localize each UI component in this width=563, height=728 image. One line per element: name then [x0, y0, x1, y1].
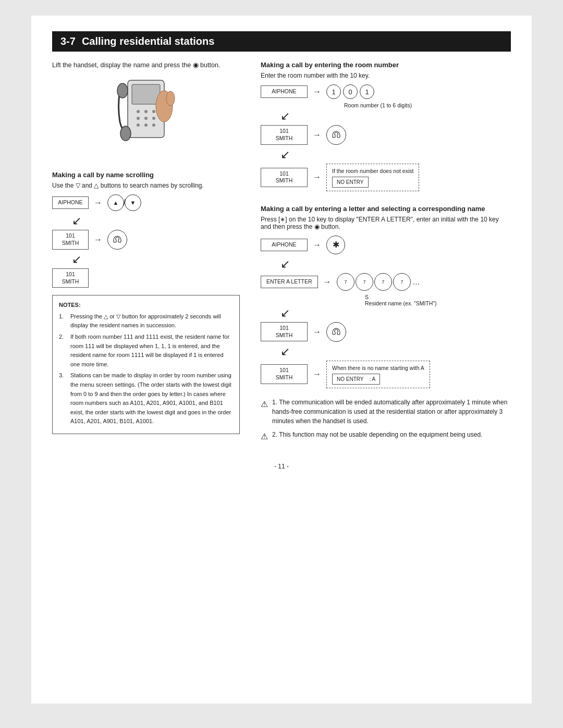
- right-diag-arrow-s3: ↙: [280, 345, 290, 359]
- call-icon-right-2: [331, 326, 342, 338]
- svg-point-4: [152, 110, 155, 113]
- right-arrow-3: →: [313, 172, 321, 182]
- room-101-1: 101: [58, 232, 83, 240]
- right-arrow-s1: →: [313, 240, 321, 250]
- phone-illustration: [52, 75, 240, 163]
- no-entry-dashed-1: If the room number does not exist NO ENT…: [326, 164, 419, 191]
- right-column: Making a call by entering the room numbe…: [255, 61, 511, 447]
- ellipsis: …: [413, 278, 420, 286]
- display-101-smith-right-2: 101 SMITH: [261, 168, 308, 187]
- display-101-smith-right-3: 101 SMITH: [261, 322, 308, 341]
- svg-point-12: [166, 91, 175, 106]
- seven-btn-1[interactable]: 7: [337, 273, 354, 291]
- warning-icon-2: ⚠: [261, 430, 268, 443]
- svg-point-13: [117, 83, 128, 98]
- arrow-2: →: [94, 235, 102, 244]
- room-101-r3: 101: [266, 325, 302, 332]
- right-arrow-s3: →: [313, 327, 321, 337]
- seven-btn-3[interactable]: 7: [374, 273, 392, 291]
- svg-point-7: [152, 117, 155, 120]
- arrow-1: →: [94, 198, 102, 207]
- display-101-smith-1: 101 SMITH: [52, 230, 89, 249]
- warning-2: ⚠ 2. This function may not be usable dep…: [261, 430, 511, 443]
- right-flow-s2: ENTER A LETTER → 7 7 7 7 …: [261, 273, 511, 291]
- room-101-2: 101: [58, 271, 83, 278]
- warning-1: ⚠ 1. The communication will be ended aut…: [261, 398, 511, 426]
- seven-btn-4[interactable]: 7: [393, 273, 411, 291]
- updown-button[interactable]: ▲ / ▼: [107, 194, 141, 211]
- down-btn[interactable]: ▼: [125, 194, 141, 211]
- name-smith-r4: SMITH: [266, 374, 302, 381]
- spacer-1: [261, 196, 511, 205]
- no-entry-box-1: NO ENTRY: [332, 177, 369, 188]
- svg-point-14: [120, 126, 131, 141]
- up-btn[interactable]: ▲: [107, 194, 124, 211]
- num-101-display: 1 0 1: [326, 84, 374, 99]
- right-diag-s3: ↙: [280, 345, 511, 359]
- section-number: 3-7: [60, 35, 76, 47]
- warning-text-1: 1. The communication will be ended autom…: [272, 398, 511, 426]
- diag-arrow-row-2: ↙: [72, 253, 240, 266]
- right-flow-s1: AIPHONE → ✱: [261, 236, 511, 254]
- four-sevens: 7 7 7 7 …: [337, 273, 420, 291]
- right-diag-1: ↙: [280, 109, 511, 123]
- diagonal-arrow-1: ↙: [72, 214, 81, 228]
- call-button-right-1[interactable]: [326, 125, 346, 145]
- right-flow-3: 101 SMITH → If the room number does not …: [261, 164, 511, 191]
- no-entry-dashed-2: When there is no name starting with A NO…: [326, 361, 430, 388]
- call-button-right-2[interactable]: [326, 322, 346, 342]
- num-1-b: 1: [360, 84, 374, 99]
- call-icon-1: [112, 234, 123, 245]
- star-button[interactable]: ✱: [326, 236, 345, 254]
- svg-point-2: [137, 110, 140, 113]
- warning-icon-1: ⚠: [261, 398, 268, 411]
- name-smith-2: SMITH: [58, 278, 83, 286]
- note-item-2: 2. If both room number 111 and 1111 exis…: [59, 332, 233, 369]
- notes-title: NOTES:: [59, 301, 233, 310]
- notes-box: NOTES: 1. Pressing the △ or ▽ button for…: [52, 295, 240, 434]
- display-aiphone-right-2: AIPHONE: [261, 239, 308, 251]
- page: 3-7 Calling residential stations Lift th…: [31, 16, 532, 704]
- section-header: 3-7 Calling residential stations: [52, 31, 511, 52]
- resident-label: Resident name (ex. "SMITH"): [365, 300, 511, 306]
- display-101-smith-2: 101 SMITH: [52, 268, 89, 288]
- room-101-r2: 101: [266, 170, 302, 178]
- room-101-r1: 101: [266, 128, 302, 135]
- warning-text-2: 2. This function may not be usable depen…: [272, 430, 482, 439]
- page-number: - 11 -: [52, 463, 511, 470]
- section-title: Calling residential stations: [82, 35, 215, 47]
- svg-point-3: [144, 110, 148, 113]
- svg-point-9: [144, 124, 148, 127]
- s-label-row: S Resident name (ex. "SMITH"): [365, 294, 511, 306]
- name-smith-r3: SMITH: [266, 332, 302, 339]
- call-button-1[interactable]: [107, 230, 127, 250]
- phone-svg: [112, 75, 180, 161]
- num-0: 0: [343, 84, 358, 99]
- left-sub-desc: Use the ▽ and △ buttons to search names …: [52, 182, 240, 189]
- room-101-r4: 101: [266, 367, 302, 374]
- right-section-2: Making a call by entering a letter and s…: [261, 205, 511, 388]
- right-diag-arrow-s1: ↙: [280, 257, 290, 271]
- num-1-a: 1: [326, 84, 341, 99]
- right-section-1: Making a call by entering the room numbe…: [261, 61, 511, 191]
- flow-row-1: AIPHONE → ▲ / ▼: [52, 194, 240, 211]
- right-section2-title: Making a call by entering a letter and s…: [261, 205, 511, 213]
- display-enter-letter: ENTER A LETTER: [261, 276, 318, 288]
- flow-row-2: 101 SMITH →: [52, 230, 240, 250]
- svg-point-5: [137, 117, 140, 120]
- right-col-inner: Making a call by entering the room numbe…: [255, 61, 511, 443]
- right-arrow-s4: →: [313, 369, 321, 379]
- warnings-section: ⚠ 1. The communication will be ended aut…: [261, 398, 511, 443]
- seven-btn-2[interactable]: 7: [356, 273, 373, 291]
- name-smith-1: SMITH: [58, 240, 83, 247]
- diag-arrow-row-1: ↙: [72, 214, 240, 228]
- right-section2-desc: Press [∗] on the 10 key to display "ENTE…: [261, 216, 511, 230]
- right-flow-s3: 101 SMITH →: [261, 322, 511, 342]
- right-diag-2: ↙: [280, 148, 511, 162]
- call-icon-right-1: [331, 129, 342, 141]
- display-aiphone-1: AIPHONE: [52, 196, 89, 209]
- svg-rect-1: [132, 84, 160, 104]
- right-diag-s2: ↙: [280, 306, 511, 320]
- right-section1-title: Making a call by entering the room numbe…: [261, 61, 511, 69]
- svg-point-10: [152, 124, 155, 127]
